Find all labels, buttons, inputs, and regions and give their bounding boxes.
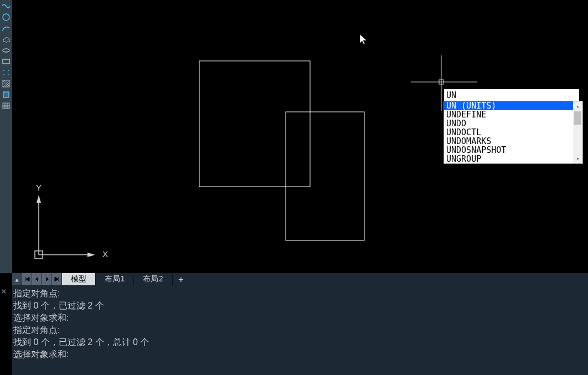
svg-point-3 [3,70,4,71]
spline-icon[interactable] [1,1,11,11]
tab-menu-btn[interactable]: ▲ [12,273,22,285]
arc-icon[interactable] [1,23,11,33]
svg-line-9 [3,80,7,85]
ucs-y-label: Y [36,183,42,192]
svg-marker-25 [87,253,95,257]
rect-1[interactable] [199,61,310,187]
scroll-thumb[interactable] [574,111,581,125]
autocomplete-list: UN (UNITS) UNDEFINE UNDO UNDOCTL UNDOMAR… [444,101,573,163]
tab-layout1[interactable]: 布局1 [96,273,134,285]
autocomplete-item[interactable]: UNDOMARKS [444,137,573,146]
commandline-line: 找到 0 个，已过滤 2 个 [12,300,588,312]
autocomplete-item[interactable]: UN (UNITS) [444,101,573,110]
layout-tabs-bar: ▲ 模型 布局1 布局2 + [12,273,588,285]
svg-point-6 [8,74,9,75]
scroll-down-icon[interactable]: ▾ [573,154,582,163]
ucs-x-label: X [102,249,108,259]
points-icon[interactable] [1,68,11,78]
commandline-line: 指定对角点: [12,287,588,300]
svg-point-5 [3,74,4,75]
autocomplete-dropdown: UN (UNITS) UNDEFINE UNDO UNDOCTL UNDOMAR… [443,101,583,164]
svg-rect-2 [3,59,9,64]
autocomplete-item[interactable]: UNGROUP [444,155,573,163]
svg-point-1 [3,49,9,52]
circle-icon[interactable] [1,12,11,22]
svg-marker-23 [37,195,41,203]
svg-line-11 [5,83,9,87]
commandline-line: 指定对角点: [12,324,588,336]
tab-first-btn[interactable] [22,273,32,285]
tab-prev-btn[interactable] [32,273,42,285]
rectangle-icon[interactable] [1,56,11,66]
commandline-line: 选择对象求和: [12,348,588,361]
svg-rect-14 [3,103,9,109]
svg-line-12 [7,85,9,87]
svg-point-0 [3,14,9,20]
tab-model[interactable]: 模型 [62,273,96,285]
command-input-box [443,89,580,102]
autocomplete-item[interactable]: UNDOSNAPSHOT [444,146,573,155]
tab-last-btn[interactable] [52,273,62,285]
commandline-line: 找到 0 个，已过滤 2 个，总计 0 个 [12,336,588,348]
commandline-panel[interactable]: 指定对角点: 找到 0 个，已过滤 2 个 选择对象求和: 指定对角点: 找到 … [12,285,588,375]
commandline-line: 选择对象求和: [12,312,588,324]
autocomplete-item[interactable]: UNDO [444,119,573,128]
tool-sidebar [0,0,12,273]
boundary-icon[interactable] [1,90,11,100]
svg-point-4 [8,70,9,71]
tab-add-btn[interactable]: + [173,273,189,285]
tab-layout2[interactable]: 布局2 [134,273,172,285]
tab-next-btn[interactable] [42,273,52,285]
scroll-up-icon[interactable]: ▴ [573,101,582,111]
hatch-icon[interactable] [1,79,11,89]
autocomplete-item[interactable]: UNDOCTL [444,128,573,137]
autocomplete-scrollbar[interactable]: ▴ ▾ [573,101,582,163]
table-icon[interactable] [1,101,11,111]
commandline-close-icon[interactable]: × [1,286,7,296]
rect-2[interactable] [286,112,364,240]
autocomplete-item[interactable]: UNDEFINE [444,110,573,119]
svg-line-8 [3,80,5,83]
command-input[interactable] [444,89,494,101]
ellipse-icon[interactable] [1,45,11,55]
ucs-indicator: Y X [32,184,104,266]
revision-cloud-icon[interactable] [1,34,11,44]
svg-rect-13 [3,92,9,97]
